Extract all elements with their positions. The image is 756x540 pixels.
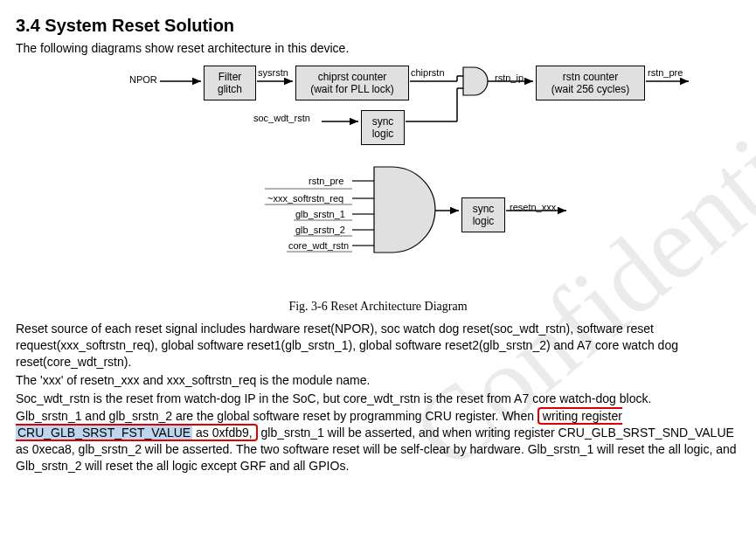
paragraph-2: The 'xxx' of resetn_xxx and xxx_softrstn… [16, 372, 740, 389]
text: Glb_srstn_1 and glb_srstn_2 are the glob… [16, 409, 538, 423]
text: as 0xfdb9, [192, 426, 253, 440]
diagram-connections [16, 62, 732, 298]
paragraph-3: Soc_wdt_rstn is the reset from watch-dog… [16, 391, 740, 407]
intro-text: The following diagrams show reset archit… [16, 41, 740, 55]
reset-architecture-diagram: NPOR Filter glitch sysrstn chiprst count… [16, 62, 732, 298]
paragraph-4: Glb_srstn_1 and glb_srstn_2 are the glob… [16, 408, 740, 474]
paragraph-1: Reset source of each reset signal includ… [16, 321, 740, 370]
section-heading: 3.4 System Reset Solution [16, 16, 740, 36]
text: writing register [543, 409, 622, 423]
highlighted-register-name: CRU_GLB_SRST_FST_VALUE [16, 426, 192, 440]
figure-caption: Fig. 3-6 Reset Architecture Diagram [16, 300, 740, 314]
